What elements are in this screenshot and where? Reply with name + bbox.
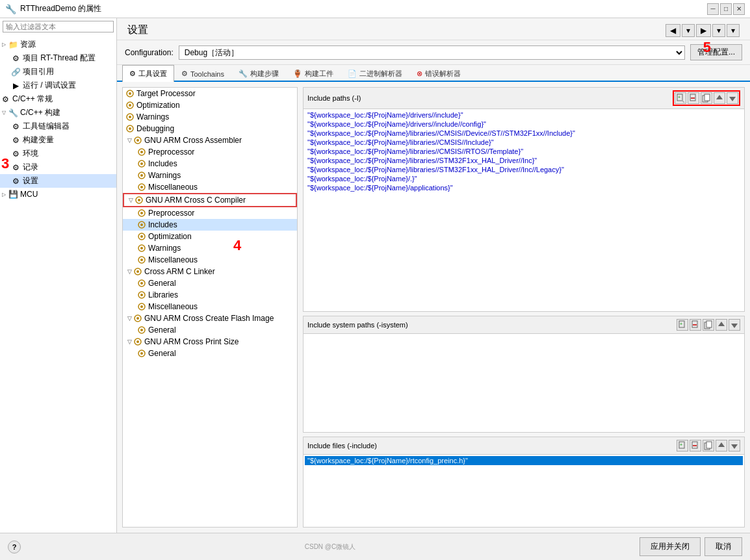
path-item[interactable]: "${workspace_loc:/${ProjName}/drivers//i… — [305, 110, 743, 120]
sidebar-item-run-debug[interactable]: ▶ 运行 / 调试设置 — [0, 79, 116, 92]
nav-buttons: ◀ ▾ ▶ ▾ ▾ — [666, 24, 740, 37]
inner-tree-item-warnings[interactable]: Warnings — [123, 111, 297, 123]
back-button[interactable]: ◀ — [666, 24, 680, 37]
tab-tool-settings[interactable]: ⚙ 工具设置 — [122, 65, 174, 82]
main-content: 3 ▷ 📁 资源 ⚙ 项目 RT-Thread 配置 🔗 项目引用 ▶ 运行 /… — [0, 18, 750, 533]
sidebar-item-env[interactable]: ⚙ 环境 — [0, 147, 116, 160]
help-button[interactable]: ? — [8, 541, 21, 554]
path-item[interactable]: "${workspace_loc:/${ProjName}/.}" — [305, 174, 743, 183]
apply-close-button[interactable]: 应用并关闭 — [640, 537, 701, 556]
path-item[interactable]: "${workspace_loc:/${ProjName}/libraries/… — [305, 156, 743, 165]
inner-tree-item-asm-preprocessor[interactable]: Preprocessor — [123, 146, 297, 158]
inner-tree-item-flash-general[interactable]: General — [123, 324, 297, 336]
sidebar-item-build-vars[interactable]: ⚙ 构建变量 — [0, 133, 116, 147]
sidebar-item-label: 设置 — [23, 175, 38, 186]
copy-file-btn[interactable] — [703, 440, 714, 452]
manage-config-button[interactable]: 管理配置... — [690, 44, 742, 60]
inner-tree-item-asm-includes[interactable]: Includes — [123, 158, 297, 170]
config-icon: ⚙ — [10, 53, 21, 64]
more-btn[interactable]: ▾ — [727, 24, 740, 37]
path-item[interactable]: "${workspace_loc:/${ProjName}/libraries/… — [305, 165, 743, 174]
gear-icon — [137, 171, 146, 180]
svg-point-11 — [140, 151, 143, 153]
svg-point-29 — [140, 259, 143, 261]
forward-button[interactable]: ▶ — [696, 24, 711, 37]
inner-tree-item-gnu-arm-c-compiler[interactable]: ▽ GNU ARM Cross C Compiler — [123, 193, 297, 207]
inner-tree-item-gnu-arm-flash[interactable]: ▽ GNU ARM Cross Create Flash Image — [123, 312, 297, 324]
inner-tree-item-gnu-arm-print[interactable]: ▽ GNU ARM Cross Print Size — [123, 336, 297, 348]
sidebar-item-label: 运行 / 调试设置 — [23, 80, 76, 91]
add-file-icon: + — [678, 441, 687, 450]
path-item[interactable]: "${workspace_loc:/${ProjName}/drivers//i… — [305, 120, 743, 129]
sidebar-item-mcu[interactable]: ▷ 💾 MCU — [0, 188, 116, 201]
add-file-btn[interactable]: + — [677, 440, 688, 452]
path-item[interactable]: "${workspace_loc:/${ProjName}/libraries/… — [305, 147, 743, 156]
tab-error-parsers[interactable]: ⊗ 错误解析器 — [409, 65, 468, 82]
down-sys-button[interactable] — [729, 319, 740, 331]
up-file-btn[interactable] — [716, 440, 727, 452]
tab-label: Toolchains — [190, 70, 224, 78]
include-file-item[interactable]: "${workspace_loc:/${ProjName}/rtconfig_p… — [305, 456, 743, 465]
svg-point-5 — [129, 116, 131, 118]
include-files-section: Include files (-include) + — [303, 437, 745, 528]
sidebar-item-label: 项目引用 — [23, 66, 54, 77]
inner-tree-item-debugging[interactable]: Debugging — [123, 123, 297, 134]
close-button[interactable]: ✕ — [733, 3, 745, 15]
path-item[interactable]: "${workspace_loc:/${ProjName}/applicatio… — [305, 183, 743, 192]
move-up-button[interactable] — [714, 92, 725, 104]
minimize-button[interactable]: ─ — [707, 3, 719, 15]
gear-icon — [135, 196, 144, 205]
inner-tree-item-linker-general[interactable]: General — [123, 277, 297, 289]
path-item[interactable]: "${workspace_loc:/${ProjName}/libraries/… — [305, 138, 743, 147]
inner-tree-item-optimization[interactable]: Optimization — [123, 99, 297, 111]
sidebar-item-cpp-build[interactable]: ▽ 🔧 C/C++ 构建 — [0, 106, 116, 120]
filter-input[interactable] — [3, 21, 114, 32]
tab-build-artifacts[interactable]: 🏺 构建工件 — [286, 65, 341, 82]
down-file-btn[interactable] — [729, 440, 740, 452]
copy-sys-button[interactable] — [703, 319, 714, 331]
remove-file-btn[interactable] — [690, 440, 701, 452]
bottom-bar: ? CSDN @C微镜人 应用并关闭 取消 — [0, 533, 750, 560]
inner-tree-item-linker-libraries[interactable]: Libraries — [123, 289, 297, 301]
move-down-button[interactable] — [727, 92, 738, 104]
add-sys-button[interactable]: + — [677, 319, 688, 331]
sidebar-item-rt-thread[interactable]: ⚙ 项目 RT-Thread 配置 — [0, 51, 116, 65]
cancel-button[interactable]: 取消 — [705, 537, 742, 556]
copy-button[interactable] — [701, 92, 712, 104]
inner-tree-item-c-warnings[interactable]: Warnings — [123, 242, 297, 254]
inner-tree-item-asm-warnings[interactable]: Warnings — [123, 170, 297, 181]
inner-tree-item-cross-arm-linker[interactable]: ▽ Cross ARM C Linker — [123, 266, 297, 277]
inner-tree-item-c-misc[interactable]: Miscellaneous — [123, 254, 297, 266]
maximize-button[interactable]: □ — [720, 3, 732, 15]
up-sys-button[interactable] — [716, 319, 727, 331]
title-bar: 🔧 RTThreadDemo 的属性 ─ □ ✕ — [0, 0, 750, 18]
sidebar-item-log[interactable]: ⚙ 记录 — [0, 160, 116, 174]
sidebar-item-settings[interactable]: ⚙ 设置 — [0, 174, 116, 188]
add-file-button[interactable]: + — [675, 92, 686, 104]
expand-icon: ▽ — [125, 136, 133, 144]
dropdown-btn[interactable]: ▾ — [682, 24, 695, 37]
inner-tree-item-asm-misc[interactable]: Miscellaneous — [123, 181, 297, 193]
inner-tree-item-c-optimization[interactable]: Optimization — [123, 231, 297, 242]
add-file-icon: + — [676, 94, 685, 103]
path-item[interactable]: "${workspace_loc:/${ProjName}/libraries/… — [305, 129, 743, 138]
sidebar-item-proj-ref[interactable]: 🔗 项目引用 — [0, 65, 116, 79]
tab-toolchains[interactable]: ⚙ Toolchains — [174, 66, 231, 81]
include-files-title: Include files (-include) — [307, 442, 377, 450]
inner-tree-item-print-general[interactable]: General — [123, 348, 297, 359]
tab-build-steps[interactable]: 🔧 构建步骤 — [231, 65, 286, 82]
inner-tree-item-target-proc[interactable]: Target Processor — [123, 88, 297, 99]
tab-binary-parsers[interactable]: 📄 二进制解析器 — [341, 65, 409, 82]
remove-sys-button[interactable] — [690, 319, 701, 331]
sidebar-item-cpp-general[interactable]: ⚙ C/C++ 常规 — [0, 92, 116, 106]
forward-dropdown-btn[interactable]: ▾ — [712, 24, 725, 37]
sidebar-item-resources[interactable]: ▷ 📁 资源 — [0, 38, 116, 51]
inner-tree-item-linker-misc[interactable]: Miscellaneous — [123, 301, 297, 312]
inner-tree-item-c-includes[interactable]: Includes — [123, 219, 297, 231]
remove-file-button[interactable] — [688, 92, 699, 104]
gear-icon — [137, 290, 146, 299]
sidebar-item-toolchain-editor[interactable]: ⚙ 工具链编辑器 — [0, 120, 116, 133]
config-select[interactable]: Debug［活动］ — [179, 45, 685, 60]
inner-tree-item-gnu-arm-assembler[interactable]: ▽ GNU ARM Cross Assembler — [123, 134, 297, 146]
inner-tree-item-c-preprocessor[interactable]: Preprocessor — [123, 207, 297, 219]
